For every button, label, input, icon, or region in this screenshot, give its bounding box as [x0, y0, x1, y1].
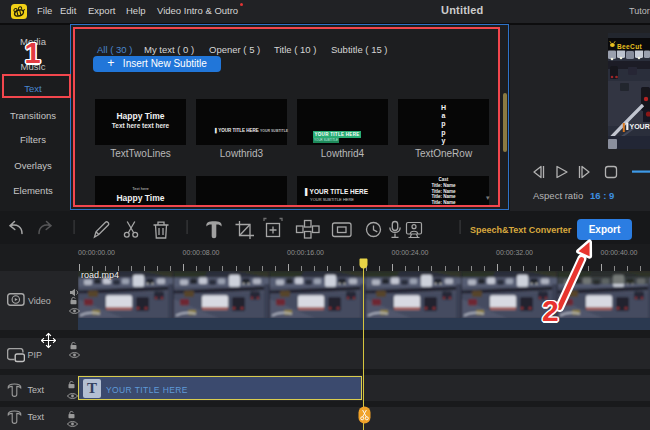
svg-text:BeeCut: BeeCut — [617, 43, 643, 50]
svg-text:YOUR T: YOUR T — [630, 123, 650, 130]
